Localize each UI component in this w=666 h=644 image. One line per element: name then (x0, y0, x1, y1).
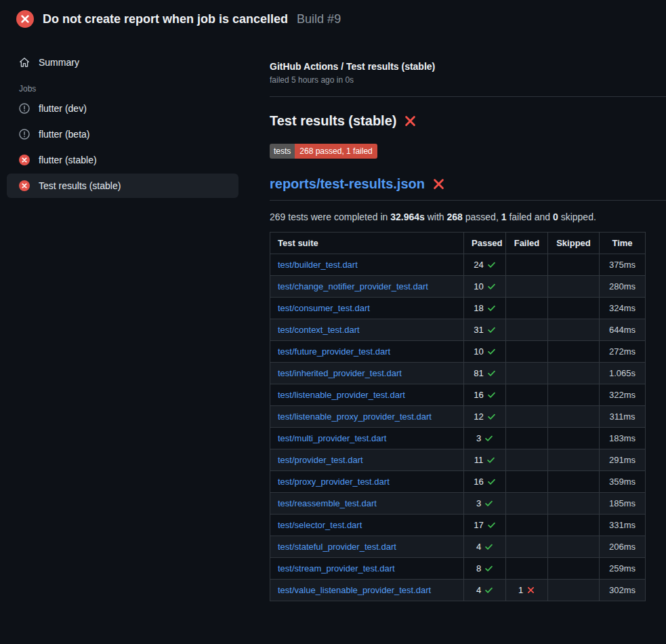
col-header-test-suite: Test suite (270, 233, 464, 254)
sidebar-job-label: flutter (beta) (39, 129, 89, 140)
passed-count: 8 (476, 563, 481, 573)
test-suite-link[interactable]: test/value_listenable_provider_test.dart (278, 585, 431, 595)
sidebar-item-flutter-beta[interactable]: flutter (beta) (7, 122, 238, 146)
passed-cell: 3 (464, 428, 506, 449)
summary-failed-count: 1 (501, 212, 507, 222)
col-header-passed: Passed (464, 233, 506, 254)
check-icon (484, 499, 493, 508)
sidebar-item-summary[interactable]: Summary (7, 50, 238, 75)
failed-cell (506, 515, 548, 536)
test-suite-link[interactable]: test/proxy_provider_test.dart (278, 477, 390, 487)
col-header-failed: Failed (506, 233, 548, 254)
report-link[interactable]: reports/test-results.json (270, 176, 425, 192)
failed-cell (506, 449, 548, 471)
skipped-cell (548, 493, 600, 515)
table-row: test/reassemble_test.dart3185ms (270, 493, 646, 515)
passed-cell: 17 (464, 515, 506, 536)
passed-count: 11 (474, 455, 484, 465)
time-cell: 272ms (600, 341, 646, 363)
test-suite-link[interactable]: test/provider_test.dart (278, 455, 363, 465)
test-suite-link[interactable]: test/stream_provider_test.dart (278, 563, 395, 573)
test-suite-link[interactable]: test/context_test.dart (278, 325, 360, 335)
failed-cell (506, 428, 548, 449)
skipped-cell (548, 449, 600, 471)
test-suite-link[interactable]: test/listenable_provider_test.dart (278, 390, 405, 400)
failed-cell (506, 536, 548, 558)
page-header: Do not create report when job is cancell… (0, 0, 666, 37)
main-panel: GitHub Actions / Test results (stable) f… (245, 37, 666, 601)
check-icon (487, 325, 496, 334)
passed-count: 4 (476, 585, 481, 595)
failed-cell (506, 276, 548, 298)
summary-text: passed, (463, 212, 501, 222)
time-cell: 375ms (600, 254, 646, 276)
section-title: Test results (stable) (270, 113, 396, 129)
skipped-cell (548, 406, 600, 428)
test-suite-link[interactable]: test/reassemble_test.dart (278, 498, 377, 508)
x-icon (404, 115, 417, 127)
time-cell: 359ms (600, 471, 646, 493)
test-suite-link[interactable]: test/builder_test.dart (278, 260, 358, 270)
skipped-cell (548, 341, 600, 363)
col-header-time: Time (600, 233, 646, 254)
table-row: test/listenable_proxy_provider_test.dart… (270, 406, 646, 428)
passed-count: 3 (476, 498, 481, 508)
passed-cell: 16 (464, 471, 506, 493)
table-row: test/multi_provider_test.dart3183ms (270, 428, 646, 449)
table-row: test/future_provider_test.dart10272ms (270, 341, 646, 363)
sidebar-item-test-results-stable[interactable]: Test results (stable) (7, 174, 238, 198)
passed-count: 18 (474, 303, 483, 313)
tests-badge: tests 268 passed, 1 failed (270, 144, 377, 159)
test-suite-link[interactable]: test/multi_provider_test.dart (278, 433, 386, 443)
suite-cell: test/context_test.dart (270, 319, 464, 341)
report-heading-row: reports/test-results.json (270, 176, 666, 201)
table-row: test/proxy_provider_test.dart16359ms (270, 471, 646, 493)
test-suite-link[interactable]: test/selector_test.dart (278, 520, 362, 530)
passed-cell: 12 (464, 406, 506, 428)
time-cell: 185ms (600, 493, 646, 515)
sidebar-item-flutter-dev[interactable]: flutter (dev) (7, 96, 238, 121)
summary-duration: 32.964s (390, 212, 425, 222)
time-cell: 183ms (600, 428, 646, 449)
test-suite-link[interactable]: test/inherited_provider_test.dart (278, 368, 402, 378)
skipped-cell (548, 298, 600, 319)
suite-cell: test/listenable_provider_test.dart (270, 384, 464, 406)
summary-text: skipped. (558, 212, 596, 222)
failed-cell (506, 471, 548, 493)
passed-cell: 10 (464, 341, 506, 363)
failed-cell (506, 384, 548, 406)
time-cell: 280ms (600, 276, 646, 298)
passed-count: 17 (474, 520, 483, 530)
test-suite-link[interactable]: test/stateful_provider_test.dart (278, 542, 396, 552)
badge-value: 268 passed, 1 failed (295, 144, 377, 159)
failed-cell (506, 298, 548, 319)
page-title: Do not create report when job is cancell… (43, 12, 288, 26)
section-title-row: Test results (stable) (270, 113, 666, 129)
summary-text: 269 tests were completed in (270, 212, 390, 222)
summary-text: with (425, 212, 447, 222)
time-cell: 1.065s (600, 363, 646, 384)
passed-count: 16 (474, 390, 483, 400)
build-number: Build #9 (297, 12, 341, 26)
suite-cell: test/inherited_provider_test.dart (270, 363, 464, 384)
table-row: test/provider_test.dart11291ms (270, 449, 646, 471)
skipped-cell (548, 471, 600, 493)
stop-icon (19, 129, 30, 140)
suite-cell: test/stateful_provider_test.dart (270, 536, 464, 558)
tests-summary-line: 269 tests were completed in 32.964s with… (270, 212, 666, 222)
failed-cell: 1 (506, 580, 548, 601)
test-suite-link[interactable]: test/future_provider_test.dart (278, 346, 390, 357)
test-suite-link[interactable]: test/listenable_proxy_provider_test.dart (278, 411, 432, 422)
passed-count: 81 (474, 368, 483, 378)
check-icon (487, 304, 496, 313)
passed-cell: 3 (464, 493, 506, 515)
sidebar-item-flutter-stable[interactable]: flutter (stable) (7, 148, 238, 172)
check-icon (484, 586, 493, 595)
test-suite-link[interactable]: test/consumer_test.dart (278, 303, 370, 313)
time-cell: 324ms (600, 298, 646, 319)
skipped-cell (548, 515, 600, 536)
table-row: test/change_notifier_provider_test.dart1… (270, 276, 646, 298)
passed-cell: 16 (464, 384, 506, 406)
test-suite-link[interactable]: test/change_notifier_provider_test.dart (278, 281, 428, 291)
results-table: Test suite Passed Failed Skipped Time te… (270, 232, 646, 601)
